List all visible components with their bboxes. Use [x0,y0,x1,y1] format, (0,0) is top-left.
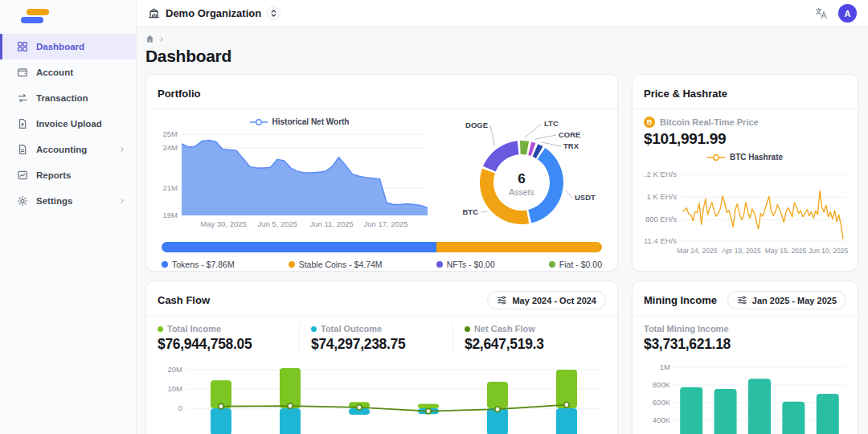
net-cash-flow-stat: Net Cash Flow $2,647,519.3 [452,324,606,353]
topbar-actions: A [814,4,857,23]
sidebar-item-label: Reports [36,170,71,180]
svg-text:19M: 19M [163,211,178,219]
svg-text:20M: 20M [168,365,183,374]
svg-text:600K: 600K [653,398,671,407]
invoice-upload-icon [17,118,28,129]
organization-icon [148,7,160,19]
total-outcome-stat: Total Outcome $74,297,238.75 [299,324,452,353]
total-outcome-value: $74,297,238.75 [311,336,452,353]
page-content: Dashboard Portfolio Historical Net Worth [137,27,868,434]
sidebar-item-label: Invoice Upload [36,119,102,129]
cash-flow-date-filter-button[interactable]: May 2024 - Oct 2024 [487,291,606,309]
svg-text:0: 0 [178,403,182,412]
net-cash-flow-value: $2,647,519.3 [465,336,606,353]
portfolio-card-title: Portfolio [158,88,200,100]
divider [146,108,617,109]
svg-text:DOGE: DOGE [465,121,488,129]
wallet-icon [17,67,28,78]
mining-date-filter-button[interactable]: Jan 2025 - May 2025 [727,291,846,309]
sidebar-item-transaction[interactable]: Transaction [0,85,136,111]
sidebar: Dashboard Account Transaction Invoice Up… [0,0,137,434]
home-icon[interactable] [145,35,154,43]
svg-text:800K: 800K [653,380,671,389]
net-worth-area-chart: 25M24M21M19MMay 30, 2025Jun 5, 2025Jun 1… [158,127,441,229]
divider [633,316,858,317]
fiat-dot-icon [549,261,555,268]
divider [146,316,617,317]
cash-flow-card-title: Cash Flow [158,294,210,306]
filter-sliders-icon [737,295,747,305]
tokens-dot-icon [162,261,168,268]
gear-icon [17,195,28,207]
logo-bottom-bar [21,17,43,23]
breadcrumb-chevron-icon [158,36,165,43]
price-hashrate-card: Price & Hashrate B Bitcoin Real-Time Pri… [632,74,858,272]
net-worth-legend-label: Historical Net Worth [272,117,350,126]
svg-text:TRX: TRX [563,141,579,150]
organization-selector[interactable]: Demo Organization [148,6,280,20]
page-title: Dashboard [145,47,858,66]
hashrate-legend-marker-icon [707,154,725,162]
svg-text:1M: 1M [660,362,670,371]
allocation-legend-item: Fiat - $0.00 [549,260,602,269]
sidebar-item-invoice-upload[interactable]: Invoice Upload [0,111,136,137]
svg-text:CORE: CORE [559,130,580,139]
total-income-value: $76,944,758.05 [158,336,299,353]
svg-text:BTC: BTC [462,207,478,216]
svg-text:1 K EH/s: 1 K EH/s [647,192,678,201]
stable-coins-dot-icon [289,261,295,268]
sidebar-item-label: Transaction [36,93,88,103]
cash-flow-bar-chart: 20M10M0 [158,358,606,434]
sidebar-item-dashboard[interactable]: Dashboard [0,34,136,59]
sidebar-item-account[interactable]: Account [0,59,136,85]
price-hashrate-card-title: Price & Hashrate [644,88,727,100]
sidebar-item-label: Accounting [36,145,87,154]
svg-text:21M: 21M [163,183,178,192]
chevron-right-icon [118,197,126,205]
main-area: Demo Organization A Dashboard Portfolio [137,0,868,434]
svg-text:25M: 25M [163,129,178,138]
org-switcher-stepper-icon[interactable] [267,6,280,20]
translate-icon[interactable] [814,6,828,20]
net-worth-legend: Historical Net Worth [158,117,441,127]
svg-text:10M: 10M [168,384,183,393]
user-avatar[interactable]: A [838,4,857,23]
chevron-right-icon [118,145,126,154]
hashrate-line-chart: 1.2 K EH/s1 K EH/s800 EH/s611.4 EH/sMar … [644,162,846,256]
outcome-dot-icon [311,326,317,332]
svg-text:USDT: USDT [575,193,596,202]
sidebar-item-label: Dashboard [36,42,84,51]
sidebar-item-settings[interactable]: Settings [0,188,136,214]
sidebar-item-accounting[interactable]: Accounting [0,137,136,162]
allocation-legend: Tokens - $7.86M Stable Coins - $4.74M NF… [162,260,602,269]
divider [633,108,858,109]
bitcoin-price-label: B Bitcoin Real-Time Price [644,117,846,128]
app-logo[interactable] [0,0,136,34]
transfer-arrows-icon [17,92,28,104]
sidebar-item-reports[interactable]: Reports [0,162,136,188]
svg-text:400K: 400K [653,416,671,424]
allocation-stacked-bar [162,242,602,252]
svg-text:Assets: Assets [509,187,534,197]
assets-donut-chart: LTCCORETRXUSDTBTCDOGE6Assets [441,117,606,237]
cash-flow-card: Cash Flow May 2024 - Oct 2024 Total Inco… [145,280,618,434]
svg-text:1.2 K EH/s: 1.2 K EH/s [644,170,677,178]
allocation-legend-item: Stable Coins - $4.74M [289,260,383,269]
mining-bar-chart: 1M800K600K400K [644,359,846,434]
svg-text:24M: 24M [163,143,178,152]
topbar: Demo Organization A [137,0,868,27]
reports-icon [17,170,28,181]
svg-text:800 EH/s: 800 EH/s [645,215,677,223]
svg-text:611.4 EH/s: 611.4 EH/s [644,236,677,245]
filter-sliders-icon [497,295,507,305]
income-dot-icon [158,326,163,332]
bitcoin-icon: B [644,117,655,128]
logo-top-bar [27,9,49,15]
allocation-legend-item: Tokens - $7.86M [162,260,235,269]
dashboard-icon [17,41,28,52]
sidebar-nav: Dashboard Account Transaction Invoice Up… [0,34,136,214]
hashrate-legend: BTC Hashrate [644,152,846,162]
organization-name: Demo Organization [166,7,261,19]
total-mining-income-stat: Total Mining Income $3,731,621.18 [644,324,846,353]
svg-text:6: 6 [518,171,525,186]
